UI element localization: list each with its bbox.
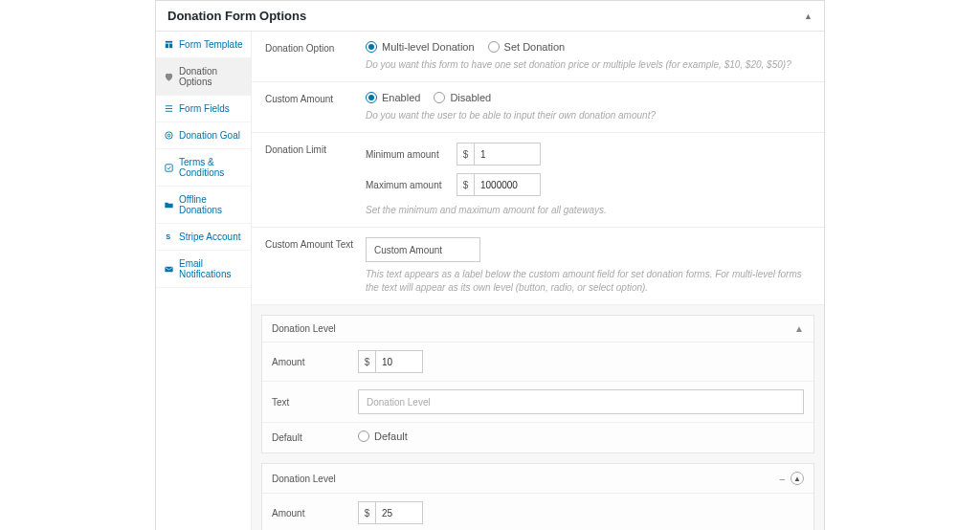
sidebar-item-terms[interactable]: Terms & Conditions: [156, 149, 251, 187]
level-amount-input[interactable]: [375, 501, 423, 524]
level-amount-input[interactable]: [375, 350, 423, 373]
panel-header: Donation Form Options ▲: [156, 1, 824, 32]
collapse-toggle-button[interactable]: ▲: [791, 472, 804, 485]
svg-point-6: [166, 132, 172, 139]
svg-rect-2: [169, 44, 172, 49]
panel-title: Donation Form Options: [167, 9, 306, 23]
custom-amount-radios: Enabled Disabled: [366, 92, 811, 103]
sidebar-item-label: Terms & Conditions: [179, 157, 243, 178]
donation-level-title: Donation Level: [272, 474, 336, 484]
custom-amount-text-input[interactable]: [366, 237, 480, 262]
donation-option-label: Donation Option: [265, 41, 356, 72]
donation-levels-container: Donation Level ▲ Amount $: [252, 305, 824, 530]
sidebar-item-label: Offline Donations: [179, 194, 243, 215]
sidebar-item-donation-options[interactable]: Donation Options: [156, 58, 251, 96]
radio-dot-icon: [488, 41, 500, 53]
target-icon: [164, 130, 174, 141]
panel-toggle-icon[interactable]: ▲: [804, 11, 813, 21]
level-text-label: Text: [272, 397, 358, 408]
sidebar-item-offline[interactable]: Offline Donations: [156, 187, 251, 224]
svg-text:S: S: [166, 232, 170, 241]
donation-level-header[interactable]: Donation Level – ▲: [262, 464, 813, 494]
sidebar-item-form-template[interactable]: Form Template: [156, 32, 251, 58]
sidebar-item-email[interactable]: Email Notifications: [156, 251, 251, 288]
level-amount-label: Amount: [272, 357, 358, 367]
maximum-amount-input[interactable]: [474, 173, 541, 196]
currency-symbol: $: [457, 173, 474, 196]
radio-label: Default: [374, 431, 408, 442]
donation-level-card: Donation Level – ▲ Amount $: [261, 463, 814, 530]
row-donation-option: Donation Option Multi-level Donation Set…: [252, 32, 824, 82]
row-donation-limit: Donation Limit Minimum amount $ Maximum …: [252, 133, 824, 228]
svg-rect-4: [166, 108, 172, 109]
radio-label: Disabled: [450, 92, 491, 103]
level-text-input[interactable]: [358, 389, 804, 414]
custom-amount-text-label: Custom Amount Text: [265, 237, 356, 295]
mail-icon: [164, 264, 174, 275]
radio-dot-icon: [434, 92, 445, 103]
svg-rect-8: [166, 164, 172, 170]
list-icon: [164, 103, 174, 114]
donation-level-header[interactable]: Donation Level ▲: [262, 316, 813, 342]
svg-rect-10: [165, 266, 172, 272]
row-custom-amount-text: Custom Amount Text This text appears as …: [252, 228, 824, 305]
donation-limit-label: Donation Limit: [265, 143, 356, 217]
radio-label: Enabled: [382, 92, 420, 103]
radio-enabled[interactable]: Enabled: [366, 92, 420, 103]
minimum-amount-input-group: $: [457, 143, 541, 166]
sidebar-item-label: Donation Goal: [179, 130, 240, 141]
custom-amount-help: Do you want the user to be able to input…: [366, 109, 811, 122]
currency-symbol: $: [457, 143, 474, 166]
minimum-amount-label: Minimum amount: [366, 149, 447, 160]
sidebar-item-stripe[interactable]: S Stripe Account: [156, 224, 251, 251]
sidebar: Form Template Donation Options Form Fiel…: [156, 32, 252, 530]
level-amount-input-group: $: [358, 350, 804, 373]
level-amount-label: Amount: [272, 508, 358, 519]
donation-option-radios: Multi-level Donation Set Donation: [366, 41, 811, 53]
folder-icon: [164, 200, 174, 210]
radio-dot-icon: [366, 92, 377, 103]
row-custom-amount: Custom Amount Enabled Disabled Do you wa…: [252, 82, 824, 133]
donation-level-title: Donation Level: [272, 323, 336, 334]
svg-point-7: [167, 134, 170, 137]
radio-dot-icon: [366, 41, 377, 53]
remove-level-button[interactable]: –: [779, 474, 785, 484]
radio-label: Set Donation: [504, 41, 566, 53]
minimum-amount-input[interactable]: [474, 143, 541, 166]
maximum-amount-label: Maximum amount: [366, 180, 447, 190]
currency-symbol: $: [358, 350, 375, 373]
sidebar-item-label: Email Notifications: [179, 258, 243, 279]
sidebar-item-label: Donation Options: [179, 66, 243, 87]
radio-disabled[interactable]: Disabled: [434, 92, 491, 103]
svg-rect-1: [166, 44, 168, 49]
stripe-icon: S: [164, 232, 174, 242]
sidebar-item-label: Form Fields: [179, 103, 230, 114]
custom-amount-text-help: This text appears as a label below the c…: [366, 268, 811, 295]
radio-multi-level[interactable]: Multi-level Donation: [366, 41, 475, 53]
svg-rect-3: [166, 105, 172, 106]
radio-set-donation[interactable]: Set Donation: [488, 41, 566, 53]
sidebar-item-label: Form Template: [179, 39, 243, 50]
level-amount-input-group: $: [358, 501, 804, 524]
maximum-amount-input-group: $: [457, 173, 541, 196]
currency-symbol: $: [358, 501, 375, 524]
donation-form-options-panel: Donation Form Options ▲ Form Template Do…: [155, 0, 825, 530]
level-default-radio[interactable]: Default: [358, 431, 408, 442]
svg-rect-5: [166, 111, 172, 112]
checklist-icon: [164, 163, 174, 173]
heart-icon: [164, 72, 174, 82]
svg-rect-0: [166, 41, 172, 43]
sidebar-item-form-fields[interactable]: Form Fields: [156, 96, 251, 122]
collapse-icon[interactable]: ▲: [794, 323, 804, 334]
sidebar-item-donation-goal[interactable]: Donation Goal: [156, 122, 251, 149]
donation-level-card: Donation Level ▲ Amount $: [261, 315, 814, 453]
donation-limit-help: Set the minimum and maximum amount for a…: [366, 204, 811, 217]
custom-amount-label: Custom Amount: [265, 92, 356, 122]
radio-label: Multi-level Donation: [382, 41, 475, 53]
content-area: Donation Option Multi-level Donation Set…: [252, 32, 824, 530]
donation-option-help: Do you want this form to have one set do…: [366, 58, 811, 72]
sidebar-item-label: Stripe Account: [179, 232, 240, 242]
radio-dot-icon: [358, 431, 369, 442]
template-icon: [164, 39, 174, 50]
level-default-label: Default: [272, 432, 358, 443]
